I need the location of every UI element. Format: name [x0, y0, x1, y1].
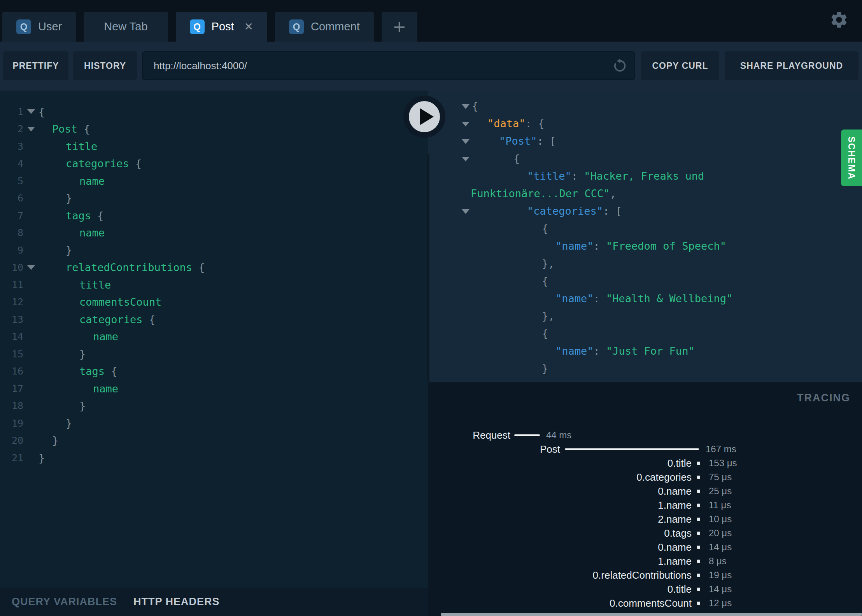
tracing-time: 44 ms — [546, 430, 571, 441]
query-editor[interactable]: 1{2Post {3title4categories {5name6}7tags… — [0, 91, 428, 588]
editor-line[interactable]: 12commentsCount — [0, 294, 428, 311]
token: } — [66, 417, 72, 429]
new-tab-button[interactable]: + — [382, 12, 417, 42]
line-number: 15 — [0, 348, 23, 360]
fold-toggle-icon[interactable] — [27, 109, 35, 114]
history-button[interactable]: HISTORY — [73, 51, 137, 80]
token: "categories" — [527, 205, 603, 217]
query-editor-lines: 1{2Post {3title4categories {5name6}7tags… — [0, 91, 428, 467]
code-text: title — [39, 279, 111, 291]
tab-post[interactable]: QPost✕ — [176, 12, 268, 42]
tab-new-tab[interactable]: New Tab — [84, 12, 168, 42]
editor-line[interactable]: 2Post { — [0, 121, 428, 138]
response-viewer[interactable]: {"data": {"Post": [{"title": "Hacker, Fr… — [428, 91, 862, 382]
close-icon[interactable]: ✕ — [244, 20, 253, 33]
token: tags — [66, 210, 91, 222]
token: { — [129, 158, 142, 170]
horizontal-scrollbar[interactable] — [441, 613, 862, 616]
settings-gear-icon[interactable] — [829, 10, 849, 30]
tracing-dash-icon — [697, 602, 700, 605]
editor-line[interactable]: 6} — [0, 190, 428, 207]
token: : — [594, 240, 606, 252]
response-line: "name": "Health & Wellbeing" — [428, 290, 862, 307]
tab-user[interactable]: QUser — [2, 12, 76, 42]
fold-toggle-icon[interactable] — [462, 209, 470, 214]
editor-line[interactable]: 11title — [0, 276, 428, 294]
line-number: 7 — [0, 210, 23, 221]
code-text: { — [542, 327, 548, 340]
endpoint-url-input[interactable] — [143, 60, 611, 72]
fold-toggle-icon[interactable] — [462, 122, 470, 126]
schema-side-tab[interactable]: SCHEMA — [841, 130, 862, 186]
editor-line[interactable]: 17name — [0, 380, 428, 397]
editor-line[interactable]: 19} — [0, 415, 428, 432]
token: title — [66, 140, 97, 152]
editor-line[interactable]: 4categories { — [0, 155, 428, 173]
token: "Post" — [499, 135, 537, 147]
code-text: tags { — [39, 210, 104, 222]
editor-line[interactable]: 10relatedContributions { — [0, 259, 428, 276]
code-text: { — [542, 275, 548, 287]
tab-comment[interactable]: QComment — [275, 12, 374, 42]
editor-line[interactable]: 16tags { — [0, 363, 428, 380]
tab-label: Comment — [311, 20, 360, 33]
editor-line[interactable]: 20} — [0, 432, 428, 450]
editor-line[interactable]: 18} — [0, 397, 428, 415]
editor-line[interactable]: 3title — [0, 138, 428, 155]
tracing-row: 1.name11 μs — [428, 498, 862, 512]
fold-toggle-icon[interactable] — [462, 139, 470, 144]
refresh-schema-icon[interactable] — [611, 57, 628, 74]
share-playground-button[interactable]: SHARE PLAYGROUND — [725, 51, 858, 80]
fold-toggle-icon[interactable] — [27, 265, 35, 270]
prettify-button[interactable]: PRETTIFY — [3, 51, 68, 80]
tracing-time: 19 μs — [709, 570, 732, 581]
code-text: } — [39, 192, 72, 204]
editor-line[interactable]: 9} — [0, 242, 428, 259]
line-number: 9 — [0, 245, 23, 256]
query-badge: Q — [16, 19, 31, 34]
tracing-time: 14 μs — [709, 542, 732, 553]
query-variables-tab[interactable]: QUERY VARIABLES — [12, 596, 117, 608]
code-text: } — [39, 417, 72, 429]
code-text: commentsCount — [39, 296, 161, 308]
editor-line[interactable]: 15} — [0, 345, 428, 363]
token: { — [542, 222, 548, 234]
editor-line[interactable]: 14name — [0, 328, 428, 346]
pane-divider[interactable] — [427, 154, 429, 382]
token: categories — [66, 158, 129, 170]
line-number: 5 — [0, 175, 23, 187]
line-number: 3 — [0, 141, 23, 152]
tracing-time: 20 μs — [709, 528, 732, 539]
code-text: "name": "Health & Wellbeing" — [555, 292, 732, 304]
tracing-label: Post — [540, 443, 560, 455]
fold-toggle-icon[interactable] — [27, 127, 35, 131]
graphql-playground: { "tabs": { "badge": "Q", "items": [ {"l… — [0, 0, 862, 616]
response-line: "Post": [ — [428, 132, 862, 150]
token: "Health & Wellbeing" — [606, 292, 732, 304]
tracing-label: 0.tags — [664, 527, 692, 539]
execute-query-button[interactable] — [403, 96, 445, 138]
code-text: "categories": [ — [527, 205, 622, 217]
tracing-row: 0.categories75 μs — [428, 470, 862, 484]
editor-line[interactable]: 5name — [0, 172, 428, 190]
fold-toggle-icon[interactable] — [462, 104, 470, 109]
fold-toggle-icon[interactable] — [462, 157, 470, 161]
copy-curl-button[interactable]: COPY CURL — [641, 51, 719, 80]
editor-line[interactable]: 21} — [0, 449, 428, 467]
code-text: { — [472, 100, 478, 112]
response-line: ] — [428, 377, 862, 382]
tab-list: QUserNew TabQPost✕QComment+ — [2, 12, 417, 42]
tracing-dash-icon — [697, 588, 700, 591]
editor-line[interactable]: 8name — [0, 224, 428, 242]
editor-line[interactable]: 13categories { — [0, 311, 428, 328]
line-number: 12 — [0, 296, 23, 308]
tracing-dash-icon — [697, 490, 700, 493]
editor-line[interactable]: 1{ — [0, 103, 428, 121]
token: { — [472, 100, 478, 112]
line-number: 20 — [0, 435, 23, 446]
line-number: 6 — [0, 192, 23, 204]
tab-label: User — [38, 20, 62, 33]
response-line: { — [428, 150, 862, 167]
http-headers-tab[interactable]: HTTP HEADERS — [133, 596, 220, 608]
editor-line[interactable]: 7tags { — [0, 207, 428, 224]
